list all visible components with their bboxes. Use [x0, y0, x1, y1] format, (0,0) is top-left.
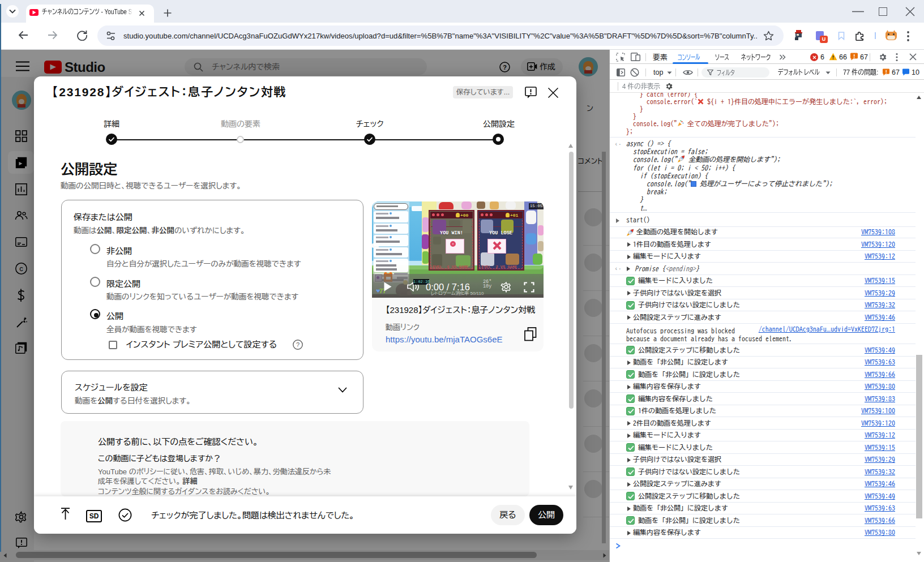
svg-text:?: ?	[296, 341, 300, 348]
